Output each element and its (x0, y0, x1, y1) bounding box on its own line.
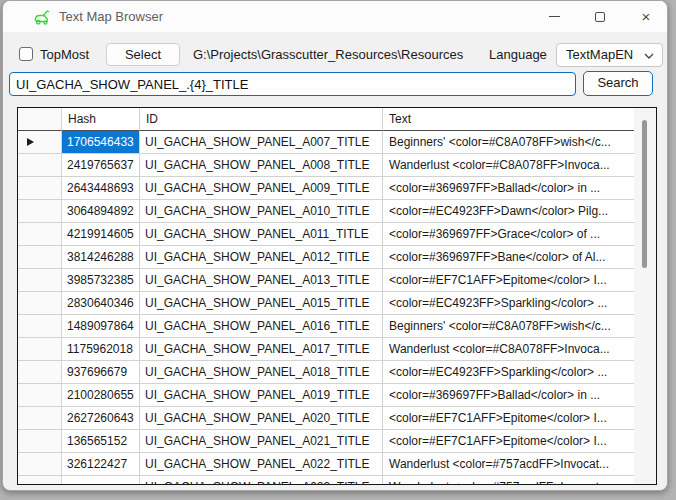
table-row[interactable]: 1706546433 UI_GACHA_SHOW_PANEL_A007_TITL… (18, 131, 634, 154)
id-cell[interactable]: UI_GACHA_SHOW_PANEL_A022_TITLE (140, 453, 383, 476)
text-cell[interactable]: <color=#369697FF>Bane</color> of Al... (383, 246, 634, 269)
id-cell[interactable]: UI_GACHA_SHOW_PANEL_A011_TITLE (140, 223, 383, 246)
row-header-cell[interactable] (18, 315, 62, 338)
text-cell[interactable]: <color=#369697FF>Ballad</color> in ... (383, 177, 634, 200)
table-row[interactable]: 326122427 UI_GACHA_SHOW_PANEL_A022_TITLE… (18, 453, 634, 476)
row-header-cell[interactable] (18, 154, 62, 177)
id-cell[interactable]: UI_GACHA_SHOW_PANEL_A018_TITLE (140, 361, 383, 384)
language-dropdown[interactable]: TextMapEN (556, 43, 663, 67)
row-header-cell[interactable] (18, 338, 62, 361)
hash-cell[interactable]: 136565152 (62, 430, 140, 453)
row-header-cell[interactable] (18, 453, 62, 476)
table-row[interactable]: 3985732385 UI_GACHA_SHOW_PANEL_A013_TITL… (18, 269, 634, 292)
grasscutter-app-icon (33, 8, 51, 26)
hash-cell[interactable]: 2830640346 (62, 292, 140, 315)
text-cell[interactable]: Beginners' <color=#C8A078FF>wish</c... (383, 131, 634, 154)
row-header-cell[interactable] (18, 223, 62, 246)
id-cell[interactable]: UI_GACHA_SHOW_PANEL_A009_TITLE (140, 177, 383, 200)
close-button[interactable]: × (623, 1, 668, 32)
table-row[interactable]: 3814246288 UI_GACHA_SHOW_PANEL_A012_TITL… (18, 246, 634, 269)
id-cell[interactable]: UI_GACHA_SHOW_PANEL_A019_TITLE (140, 384, 383, 407)
table-row[interactable]: 2830640346 UI_GACHA_SHOW_PANEL_A015_TITL… (18, 292, 634, 315)
hash-cell[interactable]: 1706546433 (62, 131, 140, 154)
row-header-cell[interactable] (18, 177, 62, 200)
hash-cell[interactable]: 3985732385 (62, 269, 140, 292)
text-cell[interactable]: <color=#EF7C1AFF>Epitome</color> I... (383, 430, 634, 453)
text-cell[interactable]: <color=#EC4923FF>Dawn</color> Pilg... (383, 200, 634, 223)
text-cell[interactable]: Wanderlust <color=#C8A078FF>Invoca... (383, 154, 634, 177)
row-header-cell[interactable] (18, 407, 62, 430)
hash-cell[interactable]: 4219914605 (62, 223, 140, 246)
maximize-button[interactable] (577, 1, 623, 32)
grid-partial-row-clip: UI_GACHA_SHOW_PANEL_A023_TITLE Wanderlus… (18, 476, 634, 484)
row-header-cell[interactable] (18, 361, 62, 384)
table-row[interactable]: 2643448693 UI_GACHA_SHOW_PANEL_A009_TITL… (18, 177, 634, 200)
hash-cell[interactable]: 2643448693 (62, 177, 140, 200)
hash-cell[interactable]: 2419765637 (62, 154, 140, 177)
vertical-scrollbar[interactable] (634, 108, 656, 484)
table-row[interactable]: 136565152 UI_GACHA_SHOW_PANEL_A021_TITLE… (18, 430, 634, 453)
text-cell[interactable]: <color=#EF7C1AFF>Epitome</color> I... (383, 269, 634, 292)
textmap-data-grid[interactable]: Hash ID Text 1706546433 UI_GACHA_SHOW_PA… (17, 107, 657, 485)
id-cell[interactable]: UI_GACHA_SHOW_PANEL_A008_TITLE (140, 154, 383, 177)
table-row[interactable]: 1175962018 UI_GACHA_SHOW_PANEL_A017_TITL… (18, 338, 634, 361)
hash-cell[interactable]: 1175962018 (62, 338, 140, 361)
id-cell[interactable]: UI_GACHA_SHOW_PANEL_A013_TITLE (140, 269, 383, 292)
search-input[interactable] (9, 72, 576, 96)
text-cell[interactable]: Wanderlust <color=#757acdFF>Invocat... (383, 453, 634, 476)
row-header-cell[interactable] (18, 200, 62, 223)
text-cell[interactable]: Beginners' <color=#C8A078FF>wish</c... (383, 315, 634, 338)
minimize-button[interactable] (531, 1, 577, 32)
id-cell[interactable]: UI_GACHA_SHOW_PANEL_A015_TITLE (140, 292, 383, 315)
topmost-checkbox[interactable] (19, 47, 33, 61)
window-title: Text Map Browser (59, 1, 163, 32)
row-header-cell[interactable] (18, 131, 62, 154)
hash-cell[interactable]: 2100280655 (62, 384, 140, 407)
vertical-scrollbar-thumb[interactable] (642, 120, 647, 268)
text-cell[interactable]: Wanderlust <color=#C8A078FF>Invoca... (383, 338, 634, 361)
hash-cell[interactable]: 3814246288 (62, 246, 140, 269)
row-header-cell[interactable] (18, 269, 62, 292)
text-cell[interactable]: <color=#EC4923FF>Sparkling</color> ... (383, 292, 634, 315)
text-cell[interactable]: <color=#369697FF>Grace</color> of ... (383, 223, 634, 246)
column-header-id[interactable]: ID (140, 108, 383, 131)
hash-cell[interactable]: 2627260643 (62, 407, 140, 430)
text-cell[interactable]: <color=#EC4923FF>Sparkling</color> ... (383, 361, 634, 384)
id-cell[interactable]: UI_GACHA_SHOW_PANEL_A020_TITLE (140, 407, 383, 430)
row-header-cell[interactable] (18, 476, 62, 484)
table-row[interactable]: 3064894892 UI_GACHA_SHOW_PANEL_A010_TITL… (18, 200, 634, 223)
table-row-partial[interactable]: UI_GACHA_SHOW_PANEL_A023_TITLE Wanderlus… (18, 476, 634, 484)
row-header-cell[interactable] (18, 246, 62, 269)
id-cell[interactable]: UI_GACHA_SHOW_PANEL_A012_TITLE (140, 246, 383, 269)
close-icon: × (642, 9, 651, 24)
id-cell[interactable]: UI_GACHA_SHOW_PANEL_A017_TITLE (140, 338, 383, 361)
app-window: Text Map Browser × TopMost Select G:\Pro… (2, 0, 668, 491)
column-header-text[interactable]: Text (383, 108, 634, 131)
table-row[interactable]: 2100280655 UI_GACHA_SHOW_PANEL_A019_TITL… (18, 384, 634, 407)
title-bar[interactable]: Text Map Browser × (3, 1, 667, 32)
row-header-cell[interactable] (18, 384, 62, 407)
hash-cell[interactable]: 1489097864 (62, 315, 140, 338)
id-cell[interactable]: UI_GACHA_SHOW_PANEL_A007_TITLE (140, 131, 383, 154)
hash-cell[interactable]: 937696679 (62, 361, 140, 384)
hash-cell[interactable]: 326122427 (62, 453, 140, 476)
row-header-cell[interactable] (18, 430, 62, 453)
table-row[interactable]: 2419765637 UI_GACHA_SHOW_PANEL_A008_TITL… (18, 154, 634, 177)
table-row[interactable]: 1489097864 UI_GACHA_SHOW_PANEL_A016_TITL… (18, 315, 634, 338)
column-header-hash[interactable]: Hash (62, 108, 140, 131)
hash-cell[interactable] (62, 476, 140, 484)
id-cell[interactable]: UI_GACHA_SHOW_PANEL_A010_TITLE (140, 200, 383, 223)
table-row[interactable]: 4219914605 UI_GACHA_SHOW_PANEL_A011_TITL… (18, 223, 634, 246)
table-row[interactable]: 2627260643 UI_GACHA_SHOW_PANEL_A020_TITL… (18, 407, 634, 430)
text-cell[interactable]: <color=#369697FF>Ballad</color> in ... (383, 384, 634, 407)
table-row[interactable]: 937696679 UI_GACHA_SHOW_PANEL_A018_TITLE… (18, 361, 634, 384)
select-button[interactable]: Select (106, 43, 180, 66)
text-cell[interactable]: Wanderlust <color=#757acdFF>Invocat... (383, 476, 634, 484)
id-cell[interactable]: UI_GACHA_SHOW_PANEL_A023_TITLE (140, 476, 383, 484)
row-header-cell[interactable] (18, 292, 62, 315)
hash-cell[interactable]: 3064894892 (62, 200, 140, 223)
search-button[interactable]: Search (583, 71, 653, 96)
text-cell[interactable]: <color=#EF7C1AFF>Epitome</color> I... (383, 407, 634, 430)
id-cell[interactable]: UI_GACHA_SHOW_PANEL_A016_TITLE (140, 315, 383, 338)
id-cell[interactable]: UI_GACHA_SHOW_PANEL_A021_TITLE (140, 430, 383, 453)
